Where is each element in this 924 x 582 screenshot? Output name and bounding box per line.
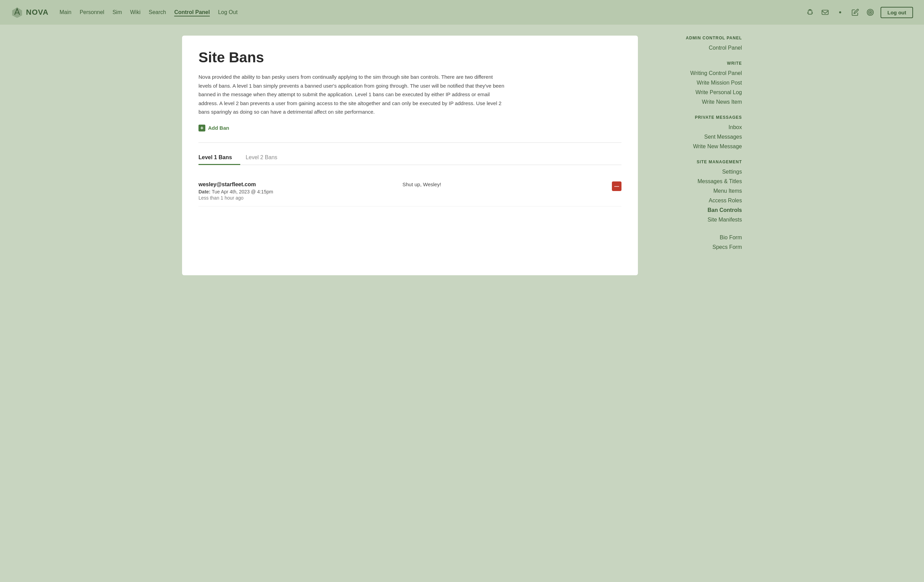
bell-icon[interactable] — [805, 8, 815, 17]
sidebar-link-sent-messages[interactable]: Sent Messages — [646, 132, 742, 142]
sidebar-link-inbox[interactable]: Inbox — [646, 122, 742, 132]
ban-email: wesley@starfleet.com — [198, 182, 403, 188]
navbar-right: Log out — [805, 7, 913, 18]
sidebar-section-title-admin: ADMIN CONTROL PANEL — [646, 36, 742, 40]
logo: NOVA — [11, 6, 49, 18]
ban-date-value: Tue Apr 4th, 2023 @ 4:15pm — [212, 189, 273, 195]
dot-icon — [835, 8, 845, 17]
nav-wiki[interactable]: Wiki — [130, 8, 140, 17]
sidebar-section-forms: Bio Form Specs Form — [646, 233, 742, 252]
add-ban-icon: + — [198, 125, 205, 131]
svg-point-5 — [869, 11, 872, 14]
sidebar: ADMIN CONTROL PANEL Control Panel WRITE … — [646, 36, 742, 275]
nav-links: Main Personnel Sim Wiki Search Control P… — [59, 9, 238, 15]
logout-button[interactable]: Log out — [881, 7, 913, 18]
main-content: Site Bans Nova provided the ability to b… — [182, 36, 638, 275]
sidebar-section-write: WRITE Writing Control Panel Write Missio… — [646, 61, 742, 107]
sidebar-link-bio-form[interactable]: Bio Form — [646, 233, 742, 242]
ban-delete-button[interactable] — [612, 182, 622, 191]
table-row: wesley@starfleet.com Date: Tue Apr 4th, … — [198, 176, 622, 207]
sidebar-link-ban-controls[interactable]: Ban Controls — [646, 205, 742, 215]
nav-logout[interactable]: Log Out — [218, 8, 238, 17]
ban-date-label: Date: — [198, 189, 210, 195]
sidebar-section-title-site: SITE MANAGEMENT — [646, 160, 742, 164]
ban-reason: Shut up, Wesley! — [403, 182, 606, 187]
svg-rect-2 — [822, 10, 828, 15]
sidebar-link-specs-form[interactable]: Specs Form — [646, 242, 742, 252]
sidebar-link-control-panel[interactable]: Control Panel — [646, 43, 742, 53]
tab-level2-bans[interactable]: Level 2 Bans — [246, 151, 286, 165]
sidebar-link-settings[interactable]: Settings — [646, 167, 742, 177]
divider — [198, 142, 622, 143]
add-ban-button[interactable]: + Add Ban — [198, 125, 229, 131]
sidebar-link-menu-items[interactable]: Menu Items — [646, 186, 742, 196]
page-description: Nova provided the ability to ban pesky u… — [198, 73, 507, 116]
envelope-icon[interactable] — [820, 8, 830, 17]
sidebar-link-writing-control-panel[interactable]: Writing Control Panel — [646, 68, 742, 78]
logo-text: NOVA — [26, 8, 49, 17]
sidebar-link-write-personal-log[interactable]: Write Personal Log — [646, 88, 742, 97]
sidebar-link-access-roles[interactable]: Access Roles — [646, 196, 742, 205]
sidebar-section-title-write: WRITE — [646, 61, 742, 66]
page-title: Site Bans — [198, 49, 622, 66]
sidebar-link-messages-titles[interactable]: Messages & Titles — [646, 177, 742, 186]
nav-sim[interactable]: Sim — [112, 8, 122, 17]
sidebar-link-site-manifests[interactable]: Site Manifests — [646, 215, 742, 225]
sidebar-link-write-mission-post[interactable]: Write Mission Post — [646, 78, 742, 88]
target-icon[interactable] — [865, 8, 875, 17]
ban-info: wesley@starfleet.com Date: Tue Apr 4th, … — [198, 182, 403, 201]
nav-search[interactable]: Search — [148, 8, 166, 17]
nav-main[interactable]: Main — [59, 8, 71, 17]
ban-relative-time: Less than 1 hour ago — [198, 195, 403, 201]
edit-icon[interactable] — [850, 8, 860, 17]
nav-control-panel[interactable]: Control Panel — [174, 8, 210, 17]
svg-point-3 — [839, 11, 841, 13]
sidebar-section-site-management: SITE MANAGEMENT Settings Messages & Titl… — [646, 160, 742, 225]
sidebar-link-write-new-message[interactable]: Write New Message — [646, 142, 742, 151]
page-body: Site Bans Nova provided the ability to b… — [171, 25, 753, 286]
tabs: Level 1 Bans Level 2 Bans — [198, 151, 622, 165]
sidebar-section-admin: ADMIN CONTROL PANEL Control Panel — [646, 36, 742, 53]
navbar: NOVA Main Personnel Sim Wiki Search Cont… — [0, 0, 924, 25]
ban-date: Date: Tue Apr 4th, 2023 @ 4:15pm — [198, 189, 403, 195]
nova-logo-icon — [11, 6, 23, 18]
sidebar-link-write-news-item[interactable]: Write News Item — [646, 97, 742, 107]
sidebar-section-title-pm: PRIVATE MESSAGES — [646, 115, 742, 120]
navbar-left: NOVA Main Personnel Sim Wiki Search Cont… — [11, 6, 238, 18]
nav-personnel[interactable]: Personnel — [80, 8, 104, 17]
add-ban-label: Add Ban — [208, 125, 229, 131]
ban-list: wesley@starfleet.com Date: Tue Apr 4th, … — [198, 176, 622, 207]
sidebar-section-private-messages: PRIVATE MESSAGES Inbox Sent Messages Wri… — [646, 115, 742, 151]
svg-point-6 — [870, 12, 871, 13]
tab-level1-bans[interactable]: Level 1 Bans — [198, 151, 240, 165]
